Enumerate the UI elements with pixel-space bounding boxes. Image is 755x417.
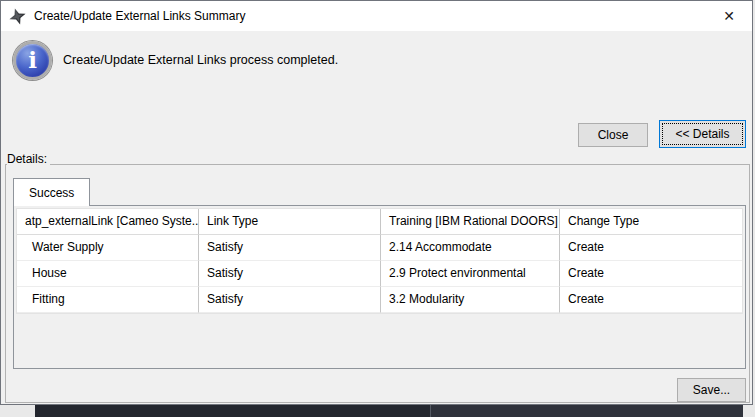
window-close-button[interactable]: ✕ [706, 1, 752, 31]
table-row[interactable]: Fitting Satisfy 3.2 Modularity Create [17, 287, 742, 313]
cell-target: 2.9 Protect environmental [381, 261, 560, 287]
close-button[interactable]: Close [578, 123, 648, 147]
column-header-target[interactable]: Training [IBM Rational DOORS] [381, 209, 560, 235]
cell-change-type: Create [560, 287, 742, 313]
cell-target: 3.2 Modularity [381, 287, 560, 313]
details-label: Details: [7, 152, 50, 166]
dialog-window: Create/Update External Links Summary ✕ i… [0, 0, 753, 405]
column-header-change-type[interactable]: Change Type [560, 209, 742, 235]
success-tab-panel: atp_externalLink [Cameo Syste... Link Ty… [13, 205, 746, 369]
cell-source: Water Supply [17, 235, 199, 261]
window-title: Create/Update External Links Summary [34, 9, 245, 23]
cell-link-type: Satisfy [199, 235, 381, 261]
info-icon-glyph: i [28, 48, 37, 71]
cell-source: House [17, 261, 199, 287]
cell-source: Fitting [17, 287, 199, 313]
title-bar: Create/Update External Links Summary ✕ [1, 1, 752, 31]
completion-message: Create/Update External Links process com… [63, 53, 338, 67]
screen: Create/Update External Links Summary ✕ i… [0, 0, 755, 417]
cell-link-type: Satisfy [199, 287, 381, 313]
details-toggle-button[interactable]: << Details [659, 120, 746, 148]
info-icon: i [13, 41, 52, 80]
save-button[interactable]: Save... [677, 378, 746, 402]
links-table: atp_externalLink [Cameo Syste... Link Ty… [16, 208, 743, 314]
table-row[interactable]: Water Supply Satisfy 2.14 Accommodate Cr… [17, 235, 742, 261]
tab-success[interactable]: Success [13, 178, 90, 206]
cell-target: 2.14 Accommodate [381, 235, 560, 261]
table-header-row: atp_externalLink [Cameo Syste... Link Ty… [17, 209, 742, 235]
column-header-source[interactable]: atp_externalLink [Cameo Syste... [17, 209, 199, 235]
cell-link-type: Satisfy [199, 261, 381, 287]
cell-change-type: Create [560, 235, 742, 261]
cell-change-type: Create [560, 261, 742, 287]
background-window-strip [35, 405, 430, 417]
column-header-link-type[interactable]: Link Type [199, 209, 381, 235]
magicdraw-app-icon [9, 8, 26, 25]
table-row[interactable]: House Satisfy 2.9 Protect environmental … [17, 261, 742, 287]
background-window-strip [430, 405, 743, 417]
